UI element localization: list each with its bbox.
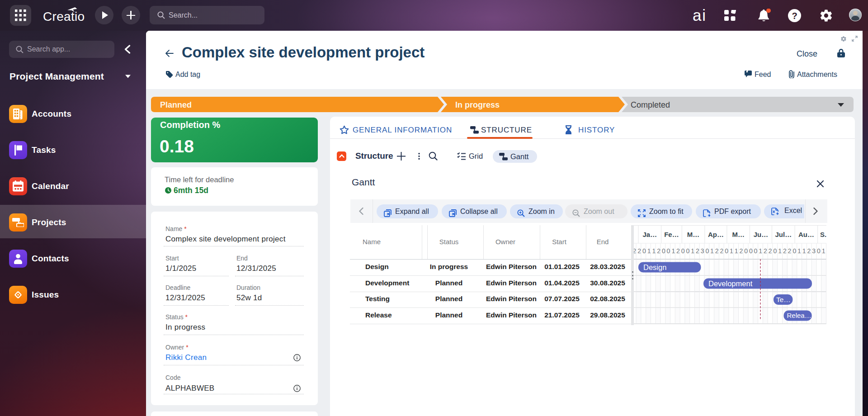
svg-text:1: 1 bbox=[710, 247, 714, 255]
svg-text:1: 1 bbox=[647, 247, 651, 255]
svg-text:0: 0 bbox=[754, 247, 758, 255]
svg-text:Te…: Te… bbox=[776, 296, 791, 303]
svg-text:2: 2 bbox=[783, 247, 787, 255]
svg-text:0: 0 bbox=[705, 247, 709, 255]
svg-text:Ju…: Ju… bbox=[754, 231, 769, 238]
svg-text:0: 0 bbox=[667, 247, 670, 255]
svg-text:In progress: In progress bbox=[455, 100, 500, 109]
svg-text:0: 0 bbox=[681, 247, 685, 255]
svg-text:2: 2 bbox=[807, 247, 811, 255]
svg-text:Ap…: Ap… bbox=[708, 231, 724, 238]
svg-text:2: 2 bbox=[676, 247, 680, 255]
svg-text:1: 1 bbox=[759, 247, 762, 255]
svg-text:2: 2 bbox=[788, 247, 792, 255]
svg-text:1: 1 bbox=[652, 247, 656, 255]
svg-text:S.: S. bbox=[820, 231, 826, 238]
svg-text:0: 0 bbox=[686, 247, 690, 255]
svg-text:2: 2 bbox=[720, 247, 724, 255]
svg-text:2: 2 bbox=[696, 247, 699, 255]
svg-text:2: 2 bbox=[637, 247, 641, 255]
svg-text:Development: Development bbox=[708, 279, 753, 288]
svg-text:1: 1 bbox=[730, 247, 733, 255]
svg-text:2: 2 bbox=[634, 247, 637, 255]
svg-text:2: 2 bbox=[715, 247, 719, 255]
svg-text:0: 0 bbox=[744, 247, 748, 255]
svg-text:3: 3 bbox=[701, 247, 704, 255]
svg-text:1: 1 bbox=[671, 247, 675, 255]
svg-text:0: 0 bbox=[774, 247, 777, 255]
svg-text:?: ? bbox=[792, 11, 797, 21]
svg-text:M…: M… bbox=[732, 231, 745, 238]
svg-text:0: 0 bbox=[725, 247, 728, 255]
svg-text:2: 2 bbox=[764, 247, 767, 255]
svg-text:1: 1 bbox=[797, 247, 801, 255]
svg-text:0: 0 bbox=[817, 247, 821, 255]
svg-text:1: 1 bbox=[802, 247, 806, 255]
svg-text:0: 0 bbox=[793, 247, 796, 255]
svg-text:1: 1 bbox=[735, 247, 738, 255]
svg-text:3: 3 bbox=[812, 247, 816, 255]
svg-text:Ja…: Ja… bbox=[642, 231, 657, 238]
svg-text:2: 2 bbox=[657, 247, 660, 255]
svg-text:2: 2 bbox=[769, 247, 772, 255]
svg-text:Design: Design bbox=[643, 263, 666, 271]
svg-text:Planned: Planned bbox=[160, 100, 192, 109]
svg-text:Completed: Completed bbox=[631, 100, 670, 109]
svg-text:Au…: Au… bbox=[798, 231, 814, 238]
svg-text:0: 0 bbox=[749, 247, 753, 255]
svg-text:1: 1 bbox=[691, 247, 694, 255]
svg-text:0: 0 bbox=[642, 247, 646, 255]
svg-text:M…: M… bbox=[687, 231, 700, 238]
svg-text:1: 1 bbox=[778, 247, 782, 255]
svg-text:1: 1 bbox=[822, 247, 826, 255]
svg-text:0: 0 bbox=[662, 247, 665, 255]
svg-text:Relea…: Relea… bbox=[787, 312, 811, 319]
svg-text:2: 2 bbox=[739, 247, 743, 255]
svg-text:Jul…: Jul… bbox=[775, 231, 792, 238]
svg-text:Fe…: Fe… bbox=[664, 231, 679, 238]
